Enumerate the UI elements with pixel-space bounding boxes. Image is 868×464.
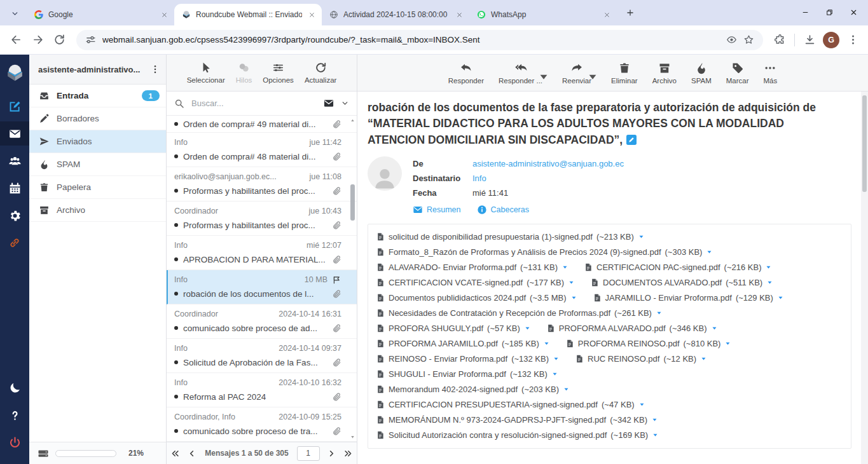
message-scrollbar[interactable] [861, 92, 868, 464]
folder-item-papelera[interactable]: Papelera [29, 176, 166, 199]
caret-down-icon[interactable] [561, 264, 568, 271]
attachment-item[interactable]: CERTIFICACION PAC-signed.pdf(~216 KB) [584, 262, 772, 273]
last-page-button[interactable] [343, 449, 353, 458]
downloads-button[interactable] [801, 31, 818, 49]
message-row[interactable]: Coordinadorjue 10:43Proformas y habilita… [167, 201, 357, 236]
attachment-item[interactable]: Memorandum 402-2024-signed.pdf(~203 KB) [376, 384, 828, 395]
caret-down-icon[interactable] [724, 340, 731, 347]
caret-down-icon[interactable] [651, 416, 658, 423]
caret-down-icon[interactable] [524, 325, 531, 332]
caret-down-icon[interactable] [638, 401, 645, 408]
to-address[interactable]: Info [472, 174, 486, 183]
select-button[interactable]: Seleccionar [187, 62, 225, 84]
logout-button[interactable] [0, 430, 29, 454]
folder-item-enviados[interactable]: Enviados [29, 130, 166, 153]
forward-button[interactable]: Reenviar [561, 62, 593, 85]
extensions-button[interactable] [771, 31, 789, 49]
message-row[interactable]: Orden de compra# 49 material di... [167, 116, 357, 133]
caret-down-icon[interactable] [711, 325, 718, 332]
from-address[interactable]: asistente-administrativo@sanjuan.gob.ec [472, 159, 624, 168]
reply-all-button[interactable]: Responder ... [497, 62, 544, 85]
caret-down-icon[interactable] [570, 294, 577, 301]
forward-button[interactable] [28, 31, 47, 50]
attachment-item[interactable]: DOCUMENTOS ALVARADO.pdf(~511 KB) [590, 277, 773, 288]
delete-button[interactable]: Eliminar [610, 62, 639, 85]
message-row[interactable]: Coordinador, Info2024-10-09 15:25comunic… [167, 407, 357, 442]
message-row[interactable]: Infojue 11:42Orden de compra# 48 materia… [167, 133, 357, 167]
first-page-button[interactable] [170, 449, 180, 458]
contacts-nav-button[interactable] [0, 149, 29, 173]
browser-tab-2[interactable]: Roundcube Webmail :: Enviado: [174, 4, 322, 25]
attachment-item[interactable]: CERTIFICACION VCATE-signed.pdf(~177 KB) [376, 277, 575, 288]
attachment-item[interactable]: Solicitud Autorización contra y resoluci… [376, 430, 828, 440]
attachment-item[interactable]: JARAMILLO - Enviar Proforma.pdf(~129 KB) [593, 292, 784, 303]
close-window-button[interactable] [841, 0, 865, 24]
search-input[interactable] [190, 98, 317, 109]
close-icon[interactable] [455, 10, 464, 20]
page-number-input[interactable]: 1 [297, 446, 320, 461]
settings-nav-button[interactable] [0, 203, 29, 228]
message-scrollbar-thumb[interactable] [862, 95, 867, 192]
caret-down-icon[interactable] [563, 386, 570, 393]
new-tab-button[interactable] [622, 4, 638, 21]
browser-tab-4[interactable]: WhatsApp [469, 4, 617, 25]
options-button[interactable]: Opciones [263, 62, 294, 84]
browser-menu-button[interactable] [844, 31, 862, 49]
close-icon[interactable] [602, 10, 612, 20]
edit-subject-icon[interactable] [626, 135, 637, 145]
caret-down-icon[interactable] [777, 294, 784, 301]
mark-button[interactable]: Marcar [725, 62, 750, 85]
attachment-item[interactable]: Necesidades de Contratación y Recepción … [376, 308, 663, 318]
close-icon[interactable] [307, 10, 317, 20]
compose-button[interactable] [0, 94, 29, 118]
folder-item-archivo[interactable]: Archivo [29, 199, 166, 222]
message-row[interactable]: Info10 MBrobación de los documentos de l… [167, 270, 357, 304]
attachment-item[interactable]: PROFORMA ALVARADO.pdf(~346 KB) [546, 323, 718, 334]
refresh-button[interactable]: Actualizar [305, 62, 337, 84]
message-row[interactable]: Info2024-10-14 09:37Solicitud de Aprobac… [167, 339, 357, 373]
message-row[interactable]: Info2024-10-10 16:32Reforma al PAC 2024 [167, 373, 357, 407]
scroll-down-icon[interactable] [350, 434, 355, 440]
caret-down-icon[interactable] [553, 355, 560, 362]
search-options-chevron-icon[interactable] [341, 99, 349, 107]
folder-item-spam[interactable]: SPAM [29, 153, 166, 176]
mail-nav-button[interactable] [0, 121, 29, 146]
help-button[interactable] [0, 403, 29, 427]
attachment-item[interactable]: Documentos publididacticos 2024.pdf(~3.5… [376, 292, 577, 303]
caret-down-icon[interactable] [551, 371, 558, 378]
caret-down-icon[interactable] [700, 355, 707, 362]
restore-button[interactable] [817, 0, 841, 24]
bookmark-star-icon[interactable] [743, 34, 754, 45]
threads-button[interactable]: Hilos [236, 62, 252, 84]
attachment-item[interactable]: ALAVARADO- Enviar Proforma.pdf(~131 KB) [376, 262, 568, 273]
dark-mode-toggle[interactable] [0, 376, 29, 400]
browser-tab-3[interactable]: Actividad 2024-10-15 08:00:00 [322, 4, 469, 25]
attachment-item[interactable]: solicitud de disponibilidad presupuestar… [376, 231, 828, 242]
attachment-item[interactable]: REINOSO - Enviar Proforma.pdf(~132 KB) [376, 353, 560, 364]
message-row[interactable]: Infomié 12:07APROBACION D PARA MATERIAL.… [167, 236, 357, 270]
message-row[interactable]: Coordinador2024-10-14 16:31comunicado so… [167, 304, 357, 339]
browser-tab-1[interactable]: Google [27, 4, 174, 25]
attachment-item[interactable]: MEMORÁNDUM N.º 973-2024-GADPRSJ-PJFT-sig… [376, 414, 828, 425]
eye-icon[interactable] [726, 34, 737, 45]
caret-down-icon[interactable] [586, 71, 599, 83]
attachment-item[interactable]: PROFORMA JARAMILLO.pdf(~185 KB) [376, 338, 550, 349]
caret-down-icon[interactable] [568, 279, 575, 286]
archive-button[interactable]: Archivo [651, 62, 678, 85]
calendar-nav-button[interactable] [0, 176, 29, 200]
caret-down-icon[interactable] [706, 249, 713, 256]
folder-item-entrada[interactable]: Entrada1 [29, 85, 166, 107]
caret-down-icon[interactable] [766, 279, 773, 286]
attachment-item[interactable]: PROFORMA REINOSO.pdf(~810 KB) [565, 338, 732, 349]
prev-page-button[interactable] [187, 449, 196, 458]
headers-button[interactable]: Cabeceras [477, 205, 529, 215]
more-button[interactable]: Más [762, 62, 779, 85]
reply-button[interactable]: Responder [447, 62, 485, 85]
folder-item-borradores[interactable]: Borradores [29, 107, 166, 130]
address-bar[interactable]: webmail.sanjuan.gob.ec/cpsess5423996997/… [76, 30, 763, 50]
attachment-item[interactable]: RUC REINOSO.pdf(~12 KB) [575, 353, 707, 364]
back-button[interactable] [6, 31, 25, 50]
next-page-button[interactable] [327, 449, 336, 458]
site-settings-icon[interactable] [85, 34, 96, 45]
search-scope-envelope-icon[interactable] [322, 98, 335, 109]
